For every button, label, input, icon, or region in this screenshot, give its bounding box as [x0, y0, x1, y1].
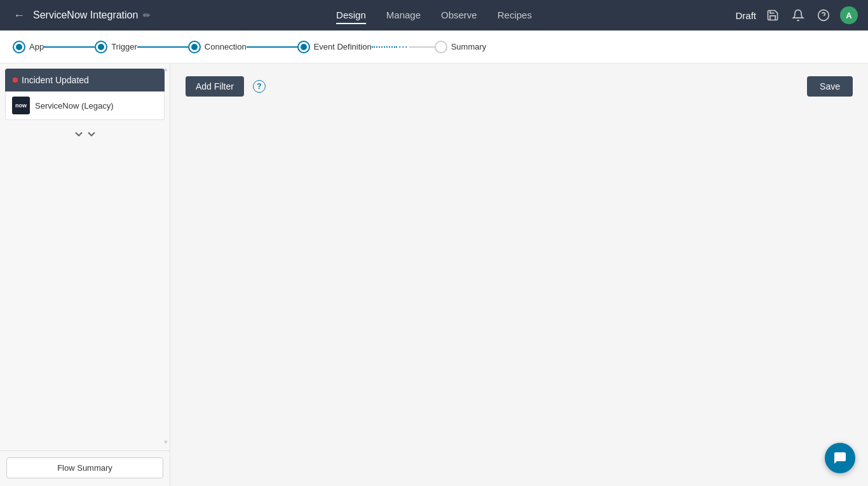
step-summary[interactable]: Summary [435, 41, 487, 53]
service-now-item[interactable]: now ServiceNow (Legacy) [5, 91, 165, 120]
step-line-3 [247, 46, 297, 48]
sidebar-scrollbar: ▲ ▼ [163, 64, 168, 448]
content-area: Add Filter ? Save [170, 64, 868, 486]
expand-chevron[interactable] [5, 128, 165, 140]
notifications-button[interactable] [789, 6, 807, 24]
draft-status: Draft [735, 10, 756, 21]
help-button[interactable] [815, 6, 832, 24]
back-button[interactable]: ← [10, 6, 28, 24]
help-icon [817, 9, 830, 22]
flow-summary-button[interactable]: Flow Summary [6, 457, 163, 478]
chat-icon [832, 450, 848, 466]
step-event-label: Event Definition [314, 42, 372, 51]
help-tooltip-icon[interactable]: ? [253, 80, 266, 93]
step-connection-circle [188, 41, 201, 53]
chevron-down-icon-2 [85, 128, 98, 140]
save-button[interactable]: Save [807, 76, 853, 97]
step-app-label: App [29, 42, 44, 51]
chat-button[interactable] [825, 443, 855, 473]
sn-logo: now [12, 97, 30, 114]
chevron-down-icon [72, 128, 85, 140]
step-bar: App Trigger Connection Event Definition … [0, 30, 868, 64]
step-trigger[interactable]: Trigger [95, 41, 137, 53]
step-app[interactable]: App [13, 41, 44, 53]
tab-design[interactable]: Design [336, 7, 366, 24]
step-line-1 [44, 46, 95, 48]
step-app-circle [13, 41, 25, 53]
step-event-circle [297, 41, 310, 53]
step-line-5 [409, 46, 435, 48]
step-summary-circle [435, 41, 447, 53]
step-dots: ··· [398, 40, 408, 53]
sidebar-inner: Incident Updated now ServiceNow (Legacy) [0, 64, 170, 450]
sn-label: ServiceNow (Legacy) [35, 101, 114, 111]
app-title: ServiceNow Integration [33, 10, 138, 21]
avatar[interactable]: A [840, 6, 858, 24]
nav-tabs: Design Manage Observe Recipes [336, 7, 532, 24]
step-connection[interactable]: Connection [188, 41, 247, 53]
edit-icon[interactable]: ✏ [143, 10, 151, 20]
tab-observe[interactable]: Observe [441, 7, 477, 24]
sidebar-footer: Flow Summary [0, 450, 170, 486]
filter-row: Add Filter ? [186, 76, 853, 97]
scroll-down-arrow: ▼ [163, 439, 169, 445]
step-trigger-label: Trigger [111, 42, 137, 51]
save-icon-button[interactable] [764, 6, 782, 24]
nav-right: Draft A [735, 6, 858, 24]
step-summary-label: Summary [451, 42, 487, 51]
step-line-2 [137, 46, 188, 48]
incident-dot [13, 78, 18, 83]
top-navigation: ← ServiceNow Integration ✏ Design Manage… [0, 0, 868, 30]
step-trigger-circle [95, 41, 107, 53]
sidebar: Incident Updated now ServiceNow (Legacy)… [0, 64, 170, 486]
tab-manage[interactable]: Manage [386, 7, 421, 24]
incident-header: Incident Updated [5, 69, 165, 91]
incident-title: Incident Updated [22, 75, 89, 85]
scroll-up-arrow: ▲ [163, 66, 169, 72]
save-icon [766, 9, 779, 22]
step-connection-label: Connection [205, 42, 247, 51]
tab-recipes[interactable]: Recipes [498, 7, 532, 24]
step-event-definition[interactable]: Event Definition [297, 41, 372, 53]
bell-icon [792, 9, 804, 22]
step-line-4 [372, 46, 397, 48]
main-layout: Incident Updated now ServiceNow (Legacy)… [0, 64, 868, 486]
add-filter-button[interactable]: Add Filter [186, 76, 244, 97]
